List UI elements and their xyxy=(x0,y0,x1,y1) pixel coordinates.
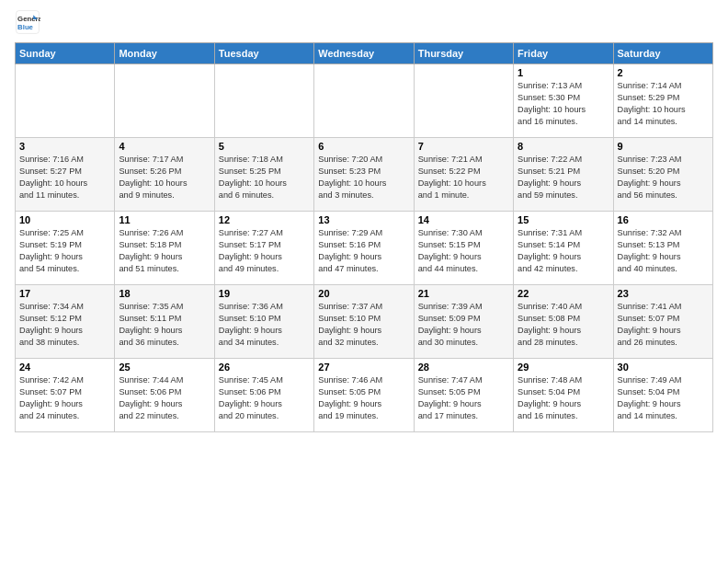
day-number: 23 xyxy=(618,288,709,299)
day-number: 17 xyxy=(19,288,110,299)
calendar-cell xyxy=(314,64,414,138)
calendar-cell: 5Sunrise: 7:18 AM Sunset: 5:25 PM Daylig… xyxy=(214,138,313,212)
calendar-cell: 6Sunrise: 7:20 AM Sunset: 5:23 PM Daylig… xyxy=(314,138,414,212)
day-number: 9 xyxy=(618,141,709,152)
day-number: 29 xyxy=(518,362,609,373)
calendar-cell: 9Sunrise: 7:23 AM Sunset: 5:20 PM Daylig… xyxy=(613,138,712,212)
day-info: Sunrise: 7:30 AM Sunset: 5:15 PM Dayligh… xyxy=(418,227,509,275)
calendar-cell: 22Sunrise: 7:40 AM Sunset: 5:08 PM Dayli… xyxy=(514,285,613,359)
calendar-cell: 15Sunrise: 7:31 AM Sunset: 5:14 PM Dayli… xyxy=(514,212,613,285)
col-header-saturday: Saturday xyxy=(613,43,712,64)
day-number: 25 xyxy=(119,362,210,373)
logo-icon: General Blue xyxy=(15,9,40,35)
calendar-cell: 11Sunrise: 7:26 AM Sunset: 5:18 PM Dayli… xyxy=(115,212,214,285)
day-info: Sunrise: 7:17 AM Sunset: 5:26 PM Dayligh… xyxy=(119,154,210,201)
calendar-week-4: 17Sunrise: 7:34 AM Sunset: 5:12 PM Dayli… xyxy=(16,285,713,359)
day-info: Sunrise: 7:25 AM Sunset: 5:19 PM Dayligh… xyxy=(19,227,110,275)
day-number: 6 xyxy=(318,141,409,152)
day-number: 13 xyxy=(318,214,409,225)
calendar-week-3: 10Sunrise: 7:25 AM Sunset: 5:19 PM Dayli… xyxy=(16,212,713,285)
calendar-cell: 18Sunrise: 7:35 AM Sunset: 5:11 PM Dayli… xyxy=(115,285,214,359)
calendar-cell: 14Sunrise: 7:30 AM Sunset: 5:15 PM Dayli… xyxy=(414,212,513,285)
calendar-cell: 21Sunrise: 7:39 AM Sunset: 5:09 PM Dayli… xyxy=(414,285,513,359)
calendar-week-5: 24Sunrise: 7:42 AM Sunset: 5:07 PM Dayli… xyxy=(16,359,713,432)
calendar-cell: 29Sunrise: 7:48 AM Sunset: 5:04 PM Dayli… xyxy=(514,359,613,432)
day-info: Sunrise: 7:49 AM Sunset: 5:04 PM Dayligh… xyxy=(618,374,709,422)
calendar-cell: 30Sunrise: 7:49 AM Sunset: 5:04 PM Dayli… xyxy=(613,359,712,432)
calendar-cell xyxy=(214,64,313,138)
col-header-wednesday: Wednesday xyxy=(314,43,414,64)
day-number: 11 xyxy=(119,214,210,225)
day-number: 10 xyxy=(19,214,110,225)
day-info: Sunrise: 7:18 AM Sunset: 5:25 PM Dayligh… xyxy=(219,154,310,201)
day-info: Sunrise: 7:48 AM Sunset: 5:04 PM Dayligh… xyxy=(518,374,609,422)
day-info: Sunrise: 7:44 AM Sunset: 5:06 PM Dayligh… xyxy=(119,374,210,422)
day-number: 28 xyxy=(418,362,509,373)
day-info: Sunrise: 7:46 AM Sunset: 5:05 PM Dayligh… xyxy=(318,374,409,422)
col-header-sunday: Sunday xyxy=(16,43,115,64)
svg-text:Blue: Blue xyxy=(17,23,34,31)
day-info: Sunrise: 7:26 AM Sunset: 5:18 PM Dayligh… xyxy=(119,227,210,275)
calendar-cell: 19Sunrise: 7:36 AM Sunset: 5:10 PM Dayli… xyxy=(214,285,313,359)
day-info: Sunrise: 7:13 AM Sunset: 5:30 PM Dayligh… xyxy=(518,80,609,128)
calendar-cell: 7Sunrise: 7:21 AM Sunset: 5:22 PM Daylig… xyxy=(414,138,513,212)
day-number: 7 xyxy=(418,141,509,152)
calendar-cell: 3Sunrise: 7:16 AM Sunset: 5:27 PM Daylig… xyxy=(16,138,115,212)
calendar-cell: 8Sunrise: 7:22 AM Sunset: 5:21 PM Daylig… xyxy=(514,138,613,212)
calendar-cell: 28Sunrise: 7:47 AM Sunset: 5:05 PM Dayli… xyxy=(414,359,513,432)
day-info: Sunrise: 7:21 AM Sunset: 5:22 PM Dayligh… xyxy=(418,154,509,201)
day-info: Sunrise: 7:32 AM Sunset: 5:13 PM Dayligh… xyxy=(618,227,709,275)
calendar-cell xyxy=(414,64,513,138)
day-number: 3 xyxy=(19,141,110,152)
calendar-cell: 1Sunrise: 7:13 AM Sunset: 5:30 PM Daylig… xyxy=(514,64,613,138)
calendar-cell: 24Sunrise: 7:42 AM Sunset: 5:07 PM Dayli… xyxy=(16,359,115,432)
calendar-cell: 27Sunrise: 7:46 AM Sunset: 5:05 PM Dayli… xyxy=(314,359,414,432)
header: General Blue xyxy=(15,9,713,35)
day-number: 18 xyxy=(119,288,210,299)
day-info: Sunrise: 7:16 AM Sunset: 5:27 PM Dayligh… xyxy=(19,154,110,201)
day-info: Sunrise: 7:22 AM Sunset: 5:21 PM Dayligh… xyxy=(518,154,609,201)
calendar-cell: 20Sunrise: 7:37 AM Sunset: 5:10 PM Dayli… xyxy=(314,285,414,359)
calendar-week-2: 3Sunrise: 7:16 AM Sunset: 5:27 PM Daylig… xyxy=(16,138,713,212)
day-info: Sunrise: 7:20 AM Sunset: 5:23 PM Dayligh… xyxy=(318,154,409,201)
day-info: Sunrise: 7:27 AM Sunset: 5:17 PM Dayligh… xyxy=(219,227,310,275)
calendar-cell: 4Sunrise: 7:17 AM Sunset: 5:26 PM Daylig… xyxy=(115,138,214,212)
calendar-table: SundayMondayTuesdayWednesdayThursdayFrid… xyxy=(15,42,713,432)
day-number: 27 xyxy=(318,362,409,373)
day-number: 1 xyxy=(518,67,609,78)
calendar-cell: 16Sunrise: 7:32 AM Sunset: 5:13 PM Dayli… xyxy=(613,212,712,285)
day-number: 2 xyxy=(618,67,709,78)
calendar-cell: 26Sunrise: 7:45 AM Sunset: 5:06 PM Dayli… xyxy=(214,359,313,432)
calendar-cell: 25Sunrise: 7:44 AM Sunset: 5:06 PM Dayli… xyxy=(115,359,214,432)
day-number: 4 xyxy=(119,141,210,152)
day-number: 26 xyxy=(219,362,310,373)
day-info: Sunrise: 7:23 AM Sunset: 5:20 PM Dayligh… xyxy=(618,154,709,201)
day-info: Sunrise: 7:35 AM Sunset: 5:11 PM Dayligh… xyxy=(119,301,210,349)
calendar-cell: 23Sunrise: 7:41 AM Sunset: 5:07 PM Dayli… xyxy=(613,285,712,359)
day-info: Sunrise: 7:34 AM Sunset: 5:12 PM Dayligh… xyxy=(19,301,110,349)
calendar-header-row: SundayMondayTuesdayWednesdayThursdayFrid… xyxy=(16,43,713,64)
day-info: Sunrise: 7:41 AM Sunset: 5:07 PM Dayligh… xyxy=(618,301,709,349)
calendar-cell: 13Sunrise: 7:29 AM Sunset: 5:16 PM Dayli… xyxy=(314,212,414,285)
page: General Blue SundayMondayTuesdayWednesda… xyxy=(0,0,728,442)
day-number: 16 xyxy=(618,214,709,225)
day-number: 20 xyxy=(318,288,409,299)
day-number: 21 xyxy=(418,288,509,299)
calendar-cell: 10Sunrise: 7:25 AM Sunset: 5:19 PM Dayli… xyxy=(16,212,115,285)
calendar-cell: 12Sunrise: 7:27 AM Sunset: 5:17 PM Dayli… xyxy=(214,212,313,285)
day-info: Sunrise: 7:36 AM Sunset: 5:10 PM Dayligh… xyxy=(219,301,310,349)
col-header-friday: Friday xyxy=(514,43,613,64)
day-number: 24 xyxy=(19,362,110,373)
logo: General Blue xyxy=(15,9,44,35)
day-number: 14 xyxy=(418,214,509,225)
day-info: Sunrise: 7:31 AM Sunset: 5:14 PM Dayligh… xyxy=(518,227,609,275)
day-number: 22 xyxy=(518,288,609,299)
col-header-thursday: Thursday xyxy=(414,43,513,64)
calendar-cell: 2Sunrise: 7:14 AM Sunset: 5:29 PM Daylig… xyxy=(613,64,712,138)
col-header-tuesday: Tuesday xyxy=(214,43,313,64)
col-header-monday: Monday xyxy=(115,43,214,64)
day-info: Sunrise: 7:37 AM Sunset: 5:10 PM Dayligh… xyxy=(318,301,409,349)
day-number: 8 xyxy=(518,141,609,152)
day-info: Sunrise: 7:14 AM Sunset: 5:29 PM Dayligh… xyxy=(618,80,709,128)
day-number: 5 xyxy=(219,141,310,152)
